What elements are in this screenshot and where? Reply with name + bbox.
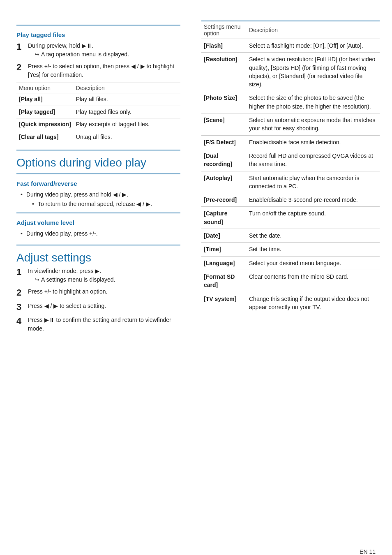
settings-desc: Set the date. xyxy=(247,229,380,243)
table-row: [Play all]Play all files. xyxy=(16,93,180,106)
settings-desc: Record full HD and compressed QVGA video… xyxy=(247,149,380,171)
table-header-desc: Description xyxy=(74,83,180,93)
settings-row: [Scene]Select an automatic exposure mode… xyxy=(201,113,380,136)
options-video-title: Options during video play xyxy=(16,156,180,169)
section-divider-fast xyxy=(16,173,180,174)
adjust-step-number-2: 2 xyxy=(16,287,28,298)
settings-row: [TV system]Change this setting if the ou… xyxy=(201,292,380,314)
adjust-step-1: 1 In viewfinder mode, press ▶. A setting… xyxy=(16,267,180,284)
settings-col2-header: Description xyxy=(247,21,380,39)
settings-row: [Format SD card]Clear contents from the … xyxy=(201,270,380,292)
table-row: [Play tagged]Play tagged files only. xyxy=(16,106,180,118)
settings-option: [F/S Detect] xyxy=(201,135,247,149)
settings-desc: Select the size of the photos to be save… xyxy=(247,91,380,113)
settings-option: [Capture sound] xyxy=(201,207,247,229)
settings-option: [Photo Size] xyxy=(201,91,247,113)
menu-option: [Quick impression] xyxy=(16,118,74,131)
settings-row: [Capture sound]Turn on/off the capture s… xyxy=(201,207,380,229)
adjust-step1-text: In viewfinder mode, press ▶. xyxy=(28,268,101,274)
play-tagged-table: Menu option Description [Play all]Play a… xyxy=(16,83,180,143)
play-tagged-title: Play tagged files xyxy=(16,31,180,38)
settings-desc: Start automatic play when the camcorder … xyxy=(247,171,380,193)
adjust-step3-text: Press ◀ / ▶ to select a setting. xyxy=(28,303,106,309)
menu-desc: Play excerpts of tagged files. xyxy=(74,118,180,131)
settings-desc: Select an automatic exposure mode that m… xyxy=(247,113,380,136)
adjust-step-2: 2 Press +/- to highlight an option. xyxy=(16,287,180,298)
volume-list: During video play, press +/-. xyxy=(16,229,180,238)
step2-text: Press +/- to select an option, then pres… xyxy=(28,63,174,78)
adjust-step-4: 4 Press ▶⏸ to confirm the setting and re… xyxy=(16,316,180,333)
table-header-menu: Menu option xyxy=(16,83,74,93)
step1-arrow: A tag operation menu is displayed. xyxy=(28,50,180,59)
settings-table: Settings menu option Description [Flash]… xyxy=(201,21,380,314)
step-1: 1 During preview, hold ▶⏸. A tag operati… xyxy=(16,42,180,59)
adjust-settings-title: Adjust settings xyxy=(16,251,180,264)
adjust-step-number-4: 4 xyxy=(16,316,28,326)
settings-desc: Select your desired menu language. xyxy=(247,256,380,270)
adjust-step-3: 3 Press ◀ / ▶ to select a setting. xyxy=(16,302,180,312)
section-divider-top xyxy=(16,25,180,25)
menu-desc: Play tagged files only. xyxy=(74,106,180,118)
volume-title: Adjust volume level xyxy=(16,219,180,226)
fast-forward-list: During video play, press and hold ◀ / ▶.… xyxy=(16,190,180,208)
settings-row: [Resolution]Select a video resolution: [… xyxy=(201,53,380,91)
settings-desc: Clear contents from the micro SD card. xyxy=(247,270,380,292)
settings-desc: Enable/disable face smile detection. xyxy=(247,135,380,149)
adjust-step2-text: Press +/- to highlight an option. xyxy=(28,288,107,295)
table-row: [Clear all tags]Untag all files. xyxy=(16,131,180,143)
menu-option: [Play all] xyxy=(16,93,74,106)
settings-row: [Pre-record]Enable/disable 3-second pre-… xyxy=(201,193,380,207)
step-2: 2 Press +/- to select an option, then pr… xyxy=(16,62,180,79)
step1-text: During preview, hold ▶⏸. xyxy=(28,42,94,49)
settings-option: [Pre-record] xyxy=(201,193,247,207)
settings-option: [Format SD card] xyxy=(201,270,247,292)
settings-row: [Date]Set the date. xyxy=(201,229,380,243)
settings-desc: Turn on/off the capture sound. xyxy=(247,207,380,229)
adjust-step1-arrow: A settings menu is displayed. xyxy=(28,275,180,284)
settings-option: [Flash] xyxy=(201,39,247,53)
adjust-step-number-3: 3 xyxy=(16,302,28,312)
fast-forward-title: Fast forward/reverse xyxy=(16,180,180,187)
settings-desc: Select a video resolution: [Full HD] (fo… xyxy=(247,53,380,91)
section-divider-volume xyxy=(16,213,180,213)
settings-option: [TV system] xyxy=(201,292,247,314)
menu-desc: Play all files. xyxy=(74,93,180,106)
menu-option: [Clear all tags] xyxy=(16,131,74,143)
settings-option: [Resolution] xyxy=(201,53,247,91)
settings-col1-header: Settings menu option xyxy=(201,21,247,39)
settings-option: [Scene] xyxy=(201,113,247,136)
page-number: EN 11 xyxy=(360,548,376,555)
menu-desc: Untag all files. xyxy=(74,131,180,143)
settings-row: [Photo Size]Select the size of the photo… xyxy=(201,91,380,113)
settings-option: [Autoplay] xyxy=(201,171,247,193)
section-divider-adjust xyxy=(16,245,180,245)
settings-desc: Set the time. xyxy=(247,243,380,256)
settings-desc: Select a flashlight mode: [On], [Off] or… xyxy=(247,39,380,53)
settings-row: [Autoplay]Start automatic play when the … xyxy=(201,171,380,193)
volume-item: During video play, press +/-. xyxy=(21,229,180,238)
adjust-step4-text: Press ▶⏸ to confirm the setting and retu… xyxy=(28,317,171,332)
adjust-step-number-1: 1 xyxy=(16,267,28,278)
settings-row: [Flash]Select a flashlight mode: [On], [… xyxy=(201,39,380,53)
fast-forward-sub-item: To return to the normal speed, release ◀… xyxy=(32,200,180,208)
fast-forward-item: During video play, press and hold ◀ / ▶.… xyxy=(21,190,180,208)
step-number-1: 1 xyxy=(16,42,28,52)
settings-option: [Date] xyxy=(201,229,247,243)
settings-row: [Time]Set the time. xyxy=(201,243,380,256)
settings-desc: Change this setting if the output video … xyxy=(247,292,380,314)
section-divider-video xyxy=(16,150,180,150)
settings-option: [Language] xyxy=(201,256,247,270)
settings-row: [Dual recording]Record full HD and compr… xyxy=(201,149,380,171)
settings-option: [Dual recording] xyxy=(201,149,247,171)
settings-row: [F/S Detect]Enable/disable face smile de… xyxy=(201,135,380,149)
settings-row: [Language]Select your desired menu langu… xyxy=(201,256,380,270)
step-number-2: 2 xyxy=(16,62,28,73)
settings-option: [Time] xyxy=(201,243,247,256)
table-row: [Quick impression]Play excerpts of tagge… xyxy=(16,118,180,131)
menu-option: [Play tagged] xyxy=(16,106,74,118)
settings-desc: Enable/disable 3-second pre-record mode. xyxy=(247,193,380,207)
